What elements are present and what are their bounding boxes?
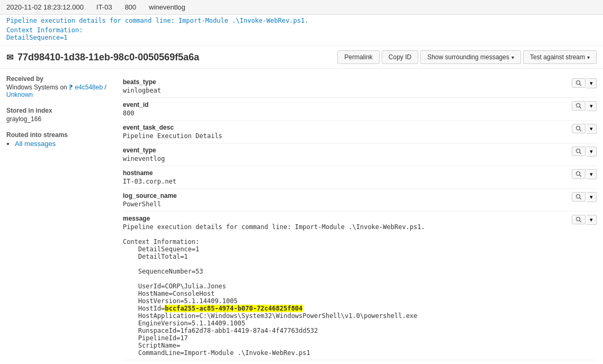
event-id-top: 800 bbox=[125, 3, 137, 11]
field-content-event_task_desc: event_task_descPipeline Execution Detail… bbox=[123, 124, 568, 140]
field-caret-btn-event_id[interactable]: ▾ bbox=[587, 101, 597, 111]
all-messages-link[interactable]: All messages bbox=[15, 140, 56, 148]
received-by-node-link[interactable]: ⁋ e4c548eb bbox=[69, 84, 103, 91]
svg-line-7 bbox=[580, 152, 581, 154]
timestamp: 2020-11-02 18:23:12.000 bbox=[6, 3, 84, 11]
field-search-btn-event_task_desc[interactable] bbox=[572, 124, 586, 133]
received-by-value: Windows Systems on ⁋ e4c548eb / Unknown bbox=[6, 84, 114, 98]
field-row: event_task_descPipeline Execution Detail… bbox=[123, 121, 597, 143]
field-content-event_id: event_id800 bbox=[123, 101, 568, 117]
received-by-label: Received by bbox=[6, 75, 114, 83]
pipeline-info: Pipeline execution details for command l… bbox=[0, 15, 603, 25]
received-by-sep: / bbox=[104, 84, 106, 91]
field-row: event_id800▾ bbox=[123, 98, 597, 121]
field-name-log_source_name: log_source_name bbox=[123, 192, 568, 199]
content-area: Received by Windows Systems on ⁋ e4c548e… bbox=[0, 69, 603, 364]
stored-in-value: graylog_166 bbox=[6, 115, 114, 123]
field-actions-event_task_desc: ▾ bbox=[572, 124, 597, 134]
svg-line-5 bbox=[580, 130, 581, 131]
field-actions-hostname: ▾ bbox=[572, 169, 597, 179]
context-info: Context Information: DetailSequence=1 bbox=[0, 25, 603, 46]
field-actions-log_source_name: ▾ bbox=[572, 192, 597, 202]
message-header: ✉ 77d98410-1d38-11eb-98c0-0050569f5a6a P… bbox=[0, 46, 603, 69]
streams-label: Routed into streams bbox=[6, 131, 114, 139]
field-row: log_source_namePowerShell▾ bbox=[123, 189, 597, 212]
test-against-stream-button[interactable]: Test against stream bbox=[523, 50, 597, 64]
top-meta-bar: 2020-11-02 18:23:12.000 IT-03 800 wineve… bbox=[0, 0, 603, 15]
field-caret-btn-event_type[interactable]: ▾ bbox=[587, 147, 597, 157]
field-value-event_id: 800 bbox=[123, 110, 568, 117]
received-by-unknown-link[interactable]: Unknown bbox=[6, 91, 33, 98]
field-name-event_task_desc: event_task_desc bbox=[123, 124, 568, 131]
sidebar: Received by Windows Systems on ⁋ e4c548e… bbox=[6, 75, 123, 360]
received-by-section: Received by Windows Systems on ⁋ e4c548e… bbox=[6, 75, 114, 98]
surrounding-messages-button[interactable]: Show surrounding messages bbox=[420, 50, 521, 64]
field-value-event_type: wineventlog bbox=[123, 155, 568, 162]
field-content-hostname: hostnameIT-03.corp.net bbox=[123, 169, 568, 185]
received-by-system: Windows Systems bbox=[6, 84, 58, 91]
field-name-hostname: hostname bbox=[123, 169, 568, 177]
field-value-hostname: IT-03.corp.net bbox=[123, 178, 568, 185]
field-name-beats_type: beats_type bbox=[123, 78, 568, 86]
svg-line-3 bbox=[580, 107, 581, 108]
log-type: wineventlog bbox=[149, 3, 185, 11]
field-value-event_task_desc: Pipeline Execution Details bbox=[123, 132, 568, 140]
field-content-message: messagePipeline execution details for co… bbox=[123, 215, 568, 357]
fields-area: beats_typewinlogbeat▾event_id800▾event_t… bbox=[123, 75, 597, 360]
field-value-message: Pipeline execution details for command l… bbox=[123, 223, 568, 357]
field-row: hostnameIT-03.corp.net▾ bbox=[123, 166, 597, 189]
field-caret-btn-hostname[interactable]: ▾ bbox=[587, 169, 597, 179]
field-search-btn-beats_type[interactable] bbox=[572, 78, 586, 88]
message-id-section: ✉ 77d98410-1d38-11eb-98c0-0050569f5a6a bbox=[6, 52, 331, 63]
field-search-btn-message[interactable] bbox=[572, 215, 586, 224]
top-meta-info: 2020-11-02 18:23:12.000 IT-03 800 wineve… bbox=[6, 3, 597, 11]
context-detail: DetailSequence=1 bbox=[6, 34, 597, 41]
source-node: IT-03 bbox=[96, 3, 112, 11]
stream-item: All messages bbox=[15, 140, 114, 148]
field-caret-btn-event_task_desc[interactable]: ▾ bbox=[587, 124, 597, 134]
copy-id-button[interactable]: Copy ID bbox=[382, 50, 418, 64]
message-id: 77d98410-1d38-11eb-98c0-0050569f5a6a bbox=[17, 52, 199, 63]
field-caret-btn-beats_type[interactable]: ▾ bbox=[587, 78, 597, 88]
field-actions-event_id: ▾ bbox=[572, 101, 597, 111]
svg-line-11 bbox=[580, 198, 581, 199]
svg-line-13 bbox=[580, 221, 581, 222]
field-search-btn-hostname[interactable] bbox=[572, 169, 586, 179]
field-content-beats_type: beats_typewinlogbeat bbox=[123, 78, 568, 94]
field-row: beats_typewinlogbeat▾ bbox=[123, 75, 597, 98]
field-row: messagePipeline execution details for co… bbox=[123, 212, 597, 360]
stored-in-section: Stored in index graylog_166 bbox=[6, 107, 114, 123]
field-caret-btn-message[interactable]: ▾ bbox=[587, 215, 597, 225]
field-content-event_type: event_typewineventlog bbox=[123, 147, 568, 162]
message-actions: Permalink Copy ID Show surrounding messa… bbox=[337, 50, 597, 64]
field-actions-beats_type: ▾ bbox=[572, 78, 597, 88]
field-actions-message: ▾ bbox=[572, 215, 597, 225]
field-search-btn-event_id[interactable] bbox=[572, 101, 586, 111]
context-label: Context Information: bbox=[6, 26, 597, 34]
field-name-event_id: event_id bbox=[123, 101, 568, 108]
envelope-icon: ✉ bbox=[6, 52, 13, 62]
field-name-event_type: event_type bbox=[123, 147, 568, 154]
svg-line-9 bbox=[580, 175, 581, 177]
field-search-btn-event_type[interactable] bbox=[572, 147, 586, 156]
field-name-message: message bbox=[123, 215, 568, 222]
field-value-log_source_name: PowerShell bbox=[123, 201, 568, 208]
received-by-on: on bbox=[60, 84, 67, 91]
highlighted-text: bccfa255-ac85-4974-b070-72c46825f804 bbox=[165, 305, 302, 312]
field-content-log_source_name: log_source_namePowerShell bbox=[123, 192, 568, 208]
streams-section: Routed into streams All messages bbox=[6, 131, 114, 148]
permalink-button[interactable]: Permalink bbox=[337, 50, 379, 64]
field-row: event_typewineventlog▾ bbox=[123, 143, 597, 166]
field-value-beats_type: winlogbeat bbox=[123, 87, 568, 94]
field-actions-event_type: ▾ bbox=[572, 147, 597, 157]
field-search-btn-log_source_name[interactable] bbox=[572, 192, 586, 202]
stored-in-label: Stored in index bbox=[6, 107, 114, 114]
field-caret-btn-log_source_name[interactable]: ▾ bbox=[587, 192, 597, 202]
streams-list: All messages bbox=[6, 140, 114, 148]
svg-line-1 bbox=[580, 84, 581, 86]
